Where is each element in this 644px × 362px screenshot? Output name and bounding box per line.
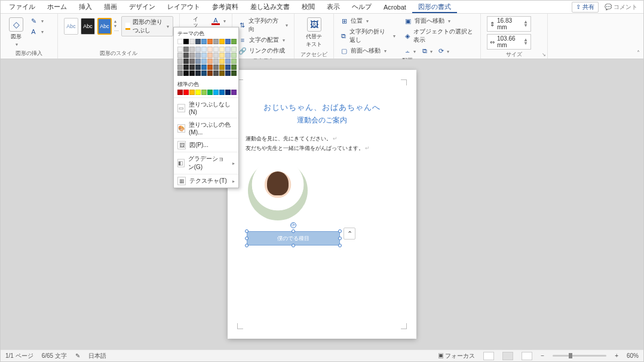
text-fill-button[interactable]: A▾ xyxy=(211,16,226,26)
color-swatch[interactable] xyxy=(201,53,207,58)
view-read-button[interactable] xyxy=(502,352,513,360)
color-swatch[interactable] xyxy=(207,59,213,64)
color-swatch[interactable] xyxy=(213,90,219,95)
style-preset-2[interactable]: Abc xyxy=(81,18,95,35)
bring-forward-button[interactable]: ▢前面へ移動▾ xyxy=(340,46,395,56)
zoom-out-button[interactable]: − xyxy=(541,352,544,359)
color-swatch[interactable] xyxy=(213,70,219,76)
size-launcher[interactable]: ↘ xyxy=(542,52,546,57)
rotate-button[interactable]: ⟳▾ xyxy=(437,47,449,55)
menu-review[interactable]: 校閲 xyxy=(296,1,321,13)
color-swatch[interactable] xyxy=(225,59,231,64)
color-swatch[interactable] xyxy=(225,39,231,44)
zoom-in-button[interactable]: + xyxy=(615,352,618,359)
wrap-text-button[interactable]: ⧉文字列の折り返し▾ xyxy=(340,27,395,45)
create-link-button[interactable]: 🔗リンクの作成 xyxy=(238,46,285,56)
color-swatch[interactable] xyxy=(213,59,219,64)
shape-fill-dropdown[interactable]: 図形の塗りつぶし ▾ xyxy=(121,16,173,36)
color-swatch[interactable] xyxy=(201,39,207,44)
text-box-button[interactable]: A▾ xyxy=(29,27,44,36)
resize-handle[interactable] xyxy=(338,237,342,240)
color-swatch[interactable] xyxy=(183,39,189,44)
menu-shape-format[interactable]: 図形の書式 xyxy=(412,1,457,13)
alt-text-button[interactable]: 🖼 代替テ キスト xyxy=(303,16,324,50)
status-language[interactable]: 日本語 xyxy=(88,352,106,360)
layout-options-button[interactable]: ⌃ xyxy=(344,228,355,240)
color-swatch[interactable] xyxy=(177,59,183,64)
color-swatch[interactable] xyxy=(219,53,225,58)
share-button[interactable]: ⇪共有 xyxy=(572,2,599,13)
color-swatch[interactable] xyxy=(207,53,213,58)
menu-insert[interactable]: 挿入 xyxy=(73,1,98,13)
color-swatch[interactable] xyxy=(189,39,195,44)
selection-pane-button[interactable]: ◈オブジェクトの選択と表示 xyxy=(404,27,474,45)
document-canvas[interactable]: おじいちゃん、おばあちゃんへ 運動会のご案内 運動会を見に、先にきてください。↵… xyxy=(1,59,643,349)
resize-handle[interactable] xyxy=(292,229,295,233)
color-swatch[interactable] xyxy=(183,90,189,95)
menu-home[interactable]: ホーム xyxy=(41,1,73,13)
color-swatch[interactable] xyxy=(213,39,219,44)
no-fill-item[interactable]: ▭塗りつぶしなし(N) xyxy=(174,97,238,118)
color-swatch[interactable] xyxy=(231,70,237,76)
color-swatch[interactable] xyxy=(177,53,183,58)
send-backward-button[interactable]: ▣背面へ移動▾ xyxy=(404,16,474,26)
doc-paragraph[interactable]: 友だちや先生と一緒に準備をがんばっています。↵ xyxy=(246,145,398,152)
zoom-thumb[interactable] xyxy=(569,353,572,358)
color-swatch[interactable] xyxy=(231,59,237,64)
collapse-ribbon-button[interactable]: ˄ xyxy=(637,50,640,56)
resize-handle[interactable] xyxy=(338,229,342,233)
focus-mode-button[interactable]: ▣ フォーカス xyxy=(438,352,476,360)
color-swatch[interactable] xyxy=(213,47,219,52)
resize-handle[interactable] xyxy=(338,244,342,247)
color-swatch[interactable] xyxy=(189,47,195,52)
menu-view[interactable]: 表示 xyxy=(321,1,346,13)
selected-shape[interactable]: 僕のでる種目 ⟳ xyxy=(247,231,340,246)
doc-paragraph[interactable]: 運動会を見に、先にきてください。↵ xyxy=(246,135,398,143)
status-proofing-icon[interactable]: ✎ xyxy=(75,352,80,359)
color-swatch[interactable] xyxy=(219,70,225,76)
color-swatch[interactable] xyxy=(183,70,189,76)
color-swatch[interactable] xyxy=(195,70,201,76)
color-swatch[interactable] xyxy=(207,70,213,76)
edit-shape-button[interactable]: ✎▾ xyxy=(29,16,44,26)
shape-width-field[interactable]: ⇔103.66 mm▲▼ xyxy=(487,34,531,50)
picture-fill-item[interactable]: 🖼図(P)... xyxy=(174,138,238,152)
style-preset-3[interactable]: Abc xyxy=(97,18,112,35)
zoom-slider[interactable] xyxy=(553,355,606,357)
menu-help[interactable]: ヘルプ xyxy=(346,1,378,13)
align-text-button[interactable]: ≡文字の配置▾ xyxy=(238,35,285,45)
doc-subtitle-text[interactable]: 運動会のご案内 xyxy=(246,115,398,125)
doc-title-text[interactable]: おじいちゃん、おばあちゃんへ xyxy=(246,102,398,113)
color-swatch[interactable] xyxy=(177,47,183,52)
gradient-fill-item[interactable]: ◧グラデーション(G)▸ xyxy=(174,152,238,174)
resize-handle[interactable] xyxy=(245,244,249,247)
color-swatch[interactable] xyxy=(219,59,225,64)
menu-draw[interactable]: 描画 xyxy=(98,1,123,13)
color-swatch[interactable] xyxy=(207,65,213,70)
align-button[interactable]: ⫠▾ xyxy=(404,47,416,55)
color-swatch[interactable] xyxy=(177,70,183,76)
color-swatch[interactable] xyxy=(195,90,201,95)
color-swatch[interactable] xyxy=(189,59,195,64)
color-swatch[interactable] xyxy=(183,53,189,58)
color-swatch[interactable] xyxy=(231,90,237,95)
resize-handle[interactable] xyxy=(245,229,249,233)
menu-mailings[interactable]: 差し込み文書 xyxy=(244,1,296,13)
color-swatch[interactable] xyxy=(195,53,201,58)
menu-references[interactable]: 参考資料 xyxy=(206,1,244,13)
color-swatch[interactable] xyxy=(195,65,201,70)
color-swatch[interactable] xyxy=(201,65,207,70)
color-swatch[interactable] xyxy=(183,47,189,52)
view-print-button[interactable] xyxy=(483,352,494,360)
group-button[interactable]: ⧉▾ xyxy=(421,47,433,55)
comment-button[interactable]: 💬コメント xyxy=(601,2,641,12)
style-gallery-more[interactable]: ▴▾⋯ xyxy=(114,19,119,33)
color-swatch[interactable] xyxy=(225,53,231,58)
color-swatch[interactable] xyxy=(231,53,237,58)
color-swatch[interactable] xyxy=(189,53,195,58)
color-swatch[interactable] xyxy=(219,90,225,95)
menu-file[interactable]: ファイル xyxy=(3,1,41,13)
color-swatch[interactable] xyxy=(195,39,201,44)
color-swatch[interactable] xyxy=(189,70,195,76)
color-swatch[interactable] xyxy=(225,47,231,52)
